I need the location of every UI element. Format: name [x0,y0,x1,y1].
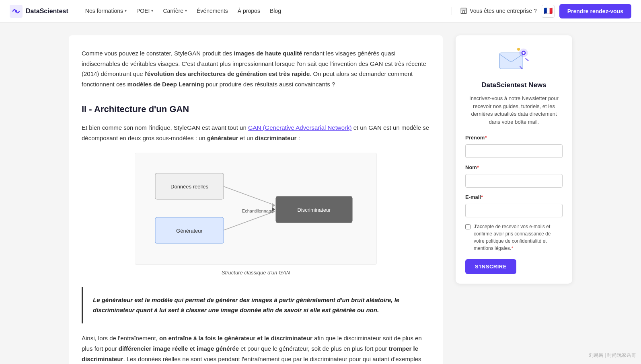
nav-link-apropos[interactable]: À propos [234,4,264,18]
diagram-container: Données réelles Générateur Discriminateu… [82,153,430,277]
newsletter-icon [498,45,530,73]
nom-label: Nom* [465,164,563,172]
newsletter-icon-area [465,45,563,73]
body-paragraph: Ainsi, lors de l'entraînement, on entraî… [82,333,430,364]
svg-line-20 [526,59,528,61]
prenom-label: Prénom* [465,134,563,142]
svg-text:Echantillonnage: Echantillonnage [242,209,273,213]
svg-line-11 [224,211,275,230]
newsletter-card: DataScientest News Inscrivez-vous à notr… [456,35,572,284]
svg-text:Générateur: Générateur [176,228,203,234]
chevron-down-icon: ▾ [151,8,153,14]
cta-button[interactable]: Prendre rendez-vous [559,4,631,18]
svg-point-19 [517,48,520,51]
logo-icon [10,5,23,18]
nav-link-carriere[interactable]: Carrière ▾ [159,4,191,18]
subscribe-button[interactable]: S'INSCRIRE [465,259,516,274]
nom-input[interactable] [465,174,563,188]
section-intro: Et bien comme son nom l'indique, StyleGA… [82,123,430,143]
gan-link[interactable]: GAN (Generative Adversarial Network) [248,124,352,131]
consent-checkbox[interactable] [465,224,470,229]
nav-right: Vous êtes une entreprise ? 🇫🇷 Prendre re… [448,4,631,18]
newsletter-form: Prénom* Nom* E-mail* [465,134,563,274]
consent-label: J'accepte de recevoir vos e-mails et con… [474,223,563,252]
newsletter-title: DataScientest News [465,80,563,90]
nav-link-evenements[interactable]: Événements [193,4,232,18]
intro-paragraph: Comme vous pouvez le constater, StyleGAN… [82,48,430,89]
sidebar: DataScientest News Inscrivez-vous à notr… [456,35,572,364]
newsletter-desc: Inscrivez-vous à notre Newsletter pour r… [465,94,563,126]
watermark: 刘易易 | 时尚玩家岳哥 [589,352,636,359]
svg-text:Données réelles: Données réelles [171,184,208,190]
logo-link[interactable]: DataScientest [10,5,68,18]
email-group: E-mail* [465,193,563,217]
chevron-down-icon: ▾ [125,8,127,14]
logo-text: DataScientest [26,6,68,16]
nav-links: Nos formations ▾ POEI ▾ Carrière ▾ Événe… [81,4,448,18]
gan-diagram: Données réelles Générateur Discriminateu… [143,161,368,254]
diagram-wrapper: Données réelles Générateur Discriminateu… [135,153,377,265]
diagram-caption: Structure classique d'un GAN [222,269,290,277]
enterprise-link[interactable]: Vous êtes une entreprise ? [460,6,537,15]
email-label: E-mail* [465,193,563,202]
svg-text:Discriminateur: Discriminateur [297,207,331,213]
nom-group: Nom* [465,164,563,188]
consent-group: J'accepte de recevoir vos e-mails et con… [465,223,563,252]
navbar: DataScientest Nos formations ▾ POEI ▾ Ca… [0,0,641,22]
nav-link-poei[interactable]: POEI ▾ [132,4,157,18]
prenom-input[interactable] [465,144,563,158]
svg-point-18 [522,52,524,54]
nav-link-blog[interactable]: Blog [266,4,285,18]
nav-divider [452,7,452,15]
main-content: Comme vous pouvez le constater, StyleGAN… [69,35,443,364]
svg-point-1 [15,10,17,12]
language-selector[interactable]: 🇫🇷 [542,5,555,18]
highlight-text: Le générateur est le modèle qui permet d… [93,297,399,314]
svg-marker-10 [272,203,275,208]
prenom-group: Prénom* [465,134,563,158]
svg-line-9 [224,186,275,205]
section-title: II - Architecture d'un GAN [82,102,430,116]
chevron-down-icon: ▾ [185,8,187,14]
email-input[interactable] [465,204,563,217]
building-icon [460,7,467,14]
nav-link-formations[interactable]: Nos formations ▾ [81,4,131,18]
svg-rect-15 [499,53,523,69]
highlight-block: Le générateur est le modèle qui permet d… [82,287,430,323]
page-layout: Comme vous pouvez le constater, StyleGAN… [59,22,582,364]
